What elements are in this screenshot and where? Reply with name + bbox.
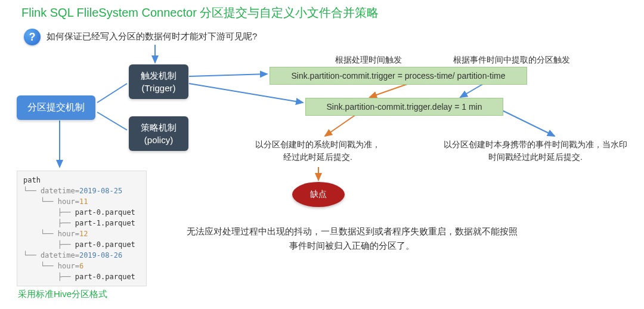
- box-partition-commit: 分区提交机制: [17, 95, 95, 120]
- box-trigger: 触发机制 (Trigger): [129, 64, 188, 99]
- box-policy: 策略机制 (policy): [129, 116, 188, 151]
- defect-description: 无法应对处理过程中出现的抖动，一旦数据迟到或者程序失败重启，数据就不能按照事件时…: [185, 224, 519, 253]
- svg-line-8: [325, 113, 358, 136]
- note-right: 以分区创建时本身携带的事件时间戳为准，当水印时间戳经过此时延后提交.: [440, 138, 631, 163]
- green-box-trigger: Sink.partition-commit.trigger = process-…: [270, 67, 527, 85]
- path-tree: path └── datetime=2019-08-25 └── hour=11…: [17, 171, 147, 286]
- box-trigger-line1: 触发机制: [141, 69, 177, 82]
- label-event-time: 根据事件时间中提取的分区触发: [453, 54, 570, 66]
- page-title: Flink SQL FlileSystem Connector 分区提交与自定义…: [21, 5, 379, 21]
- hive-format-label: 采用标准Hive分区格式: [18, 289, 107, 300]
- svg-line-1: [97, 84, 127, 103]
- box-policy-line1: 策略机制: [141, 121, 177, 134]
- label-process-time: 根据处理时间触发: [335, 54, 402, 66]
- defect-oval: 缺点: [292, 182, 345, 207]
- svg-line-4: [189, 74, 267, 76]
- box-policy-line2: (policy): [144, 134, 173, 146]
- question-text: 如何保证已经写入分区的数据何时才能对下游可见呢?: [47, 31, 257, 42]
- box-trigger-line2: (Trigger): [142, 82, 176, 94]
- green-box-delay: Sink.partition-commit.trigger.delay = 1 …: [305, 98, 503, 116]
- svg-line-9: [501, 110, 555, 136]
- question-icon: ?: [24, 29, 41, 45]
- svg-line-5: [189, 84, 303, 103]
- note-left: 以分区创建时的系统时间戳为准，经过此时延后提交.: [255, 138, 380, 163]
- svg-line-2: [97, 112, 127, 130]
